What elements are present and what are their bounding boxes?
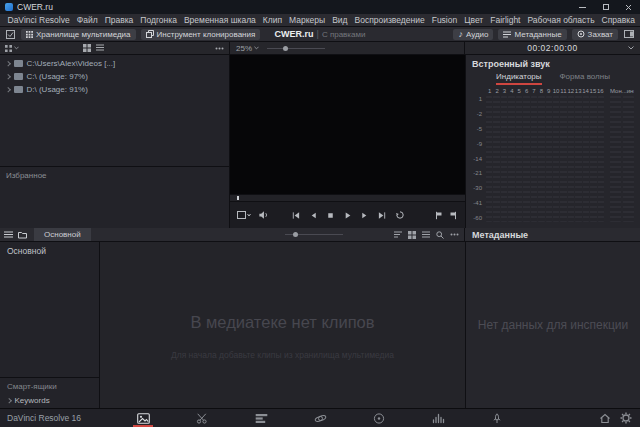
menu-item[interactable]: Рабочая область bbox=[524, 15, 598, 25]
metadata-panel-button[interactable]: Метаданные bbox=[498, 29, 566, 40]
storage-options-button[interactable] bbox=[215, 47, 224, 50]
bin-item-master[interactable]: Основной bbox=[0, 242, 99, 260]
metadata-icon bbox=[503, 31, 511, 38]
menu-item[interactable]: Файл bbox=[73, 15, 101, 25]
home-icon bbox=[599, 413, 611, 424]
timecode-options-button[interactable] bbox=[628, 46, 634, 50]
audio-meters-panel: Встроенный звук Индикаторы Форма волны 1… bbox=[465, 55, 640, 228]
app-icon bbox=[5, 3, 13, 11]
step-back-button[interactable] bbox=[309, 211, 318, 220]
menu-item[interactable]: Вид bbox=[329, 15, 351, 25]
thumbnail-view-icon[interactable] bbox=[83, 44, 91, 52]
smart-bin-keywords[interactable]: Keywords bbox=[0, 393, 99, 408]
storage-view-mode-button[interactable] bbox=[5, 45, 19, 52]
level-meter bbox=[560, 96, 566, 222]
page-color[interactable] bbox=[368, 409, 390, 427]
menu-item[interactable]: Подгонка bbox=[137, 15, 181, 25]
chevron-right-icon bbox=[5, 74, 10, 79]
panel-checkbox-button[interactable] bbox=[5, 29, 16, 40]
mark-in-button[interactable] bbox=[434, 211, 443, 220]
list-view-icon[interactable] bbox=[96, 44, 104, 51]
menu-item[interactable]: Клип bbox=[259, 15, 285, 25]
fairlight-page-icon bbox=[432, 413, 445, 424]
menu-item[interactable]: Правка bbox=[101, 15, 137, 25]
metadata-button-label: Метаданные bbox=[514, 30, 561, 39]
menu-item[interactable]: DaVinci Resolve bbox=[4, 15, 73, 25]
panel-layout-button[interactable] bbox=[623, 29, 635, 40]
storage-tree-item[interactable]: C:\ (Usage: 97%) bbox=[0, 70, 229, 83]
menu-item[interactable]: Воспроизведение bbox=[351, 15, 428, 25]
tab-meters[interactable]: Индикаторы bbox=[496, 72, 541, 85]
project-manager-button[interactable] bbox=[599, 413, 611, 424]
slider-thumb[interactable] bbox=[293, 232, 298, 237]
mute-button[interactable] bbox=[258, 210, 269, 220]
video-preview bbox=[230, 55, 465, 194]
checkbox-icon bbox=[6, 30, 15, 39]
loop-button[interactable] bbox=[395, 210, 405, 220]
viewer-mode-icon bbox=[237, 211, 251, 219]
tab-waveform[interactable]: Форма волны bbox=[560, 72, 610, 85]
viewer-mode-button[interactable] bbox=[237, 211, 251, 219]
scale-label: -21 bbox=[473, 170, 482, 176]
zoom-select[interactable]: 25% bbox=[236, 44, 259, 53]
clip-size-slider[interactable] bbox=[285, 234, 343, 235]
step-forward-button[interactable] bbox=[360, 211, 369, 220]
drive-icon bbox=[14, 73, 23, 80]
page-edit[interactable] bbox=[250, 409, 272, 427]
page-deliver[interactable] bbox=[486, 409, 508, 427]
minimize-button[interactable] bbox=[571, 0, 594, 14]
step-back-icon bbox=[309, 211, 318, 220]
storage-tree-item[interactable]: C:\Users\Alex\Videos [...] bbox=[0, 57, 229, 70]
bin-list-toggle-button[interactable] bbox=[4, 231, 13, 239]
bin-folder-button[interactable] bbox=[18, 231, 27, 239]
menu-item[interactable]: Fairlight bbox=[487, 15, 524, 25]
timecode-display[interactable]: 00:02:00:00 bbox=[527, 43, 577, 53]
clone-tool-button[interactable]: Инструмент клонирования bbox=[141, 29, 261, 40]
maximize-button[interactable] bbox=[594, 0, 617, 14]
ellipsis-icon[interactable] bbox=[450, 233, 459, 236]
menu-item[interactable]: Маркеры bbox=[286, 15, 329, 25]
gear-icon bbox=[620, 412, 632, 424]
menu-item[interactable]: Справка bbox=[598, 15, 638, 25]
list-view-icon[interactable] bbox=[422, 231, 430, 238]
storage-tree-item[interactable]: D:\ (Usage: 91%) bbox=[0, 83, 229, 96]
page-fairlight[interactable] bbox=[427, 409, 449, 427]
capture-button[interactable]: Захват bbox=[572, 29, 618, 40]
menu-item[interactable]: Цвет bbox=[461, 15, 487, 25]
maximize-icon bbox=[603, 4, 609, 10]
page-media[interactable] bbox=[132, 409, 154, 427]
tab-master-bin[interactable]: Основной bbox=[34, 228, 91, 241]
channel-number: 2 bbox=[493, 88, 500, 96]
thumbnail-size-slider[interactable] bbox=[267, 48, 325, 49]
chevron-right-icon bbox=[5, 61, 10, 66]
slider-thumb[interactable] bbox=[283, 46, 288, 51]
mark-out-button[interactable] bbox=[449, 211, 458, 220]
level-meter bbox=[583, 96, 589, 222]
channel-number: 6 bbox=[523, 88, 530, 96]
stop-button[interactable] bbox=[326, 211, 335, 220]
skip-end-button[interactable] bbox=[377, 211, 387, 220]
menubar: DaVinci ResolveФайлПравкаПодгонкаВременн… bbox=[0, 14, 640, 27]
page-fusion[interactable] bbox=[309, 409, 331, 427]
sort-icon[interactable] bbox=[394, 231, 402, 238]
skip-start-button[interactable] bbox=[291, 211, 301, 220]
menu-item[interactable]: Fusion bbox=[428, 15, 461, 25]
playhead[interactable] bbox=[237, 196, 239, 200]
page-cut[interactable] bbox=[191, 409, 213, 427]
meter-scale: 1-2-5-9-14-21-30-41-60 bbox=[472, 88, 483, 222]
media-storage-button[interactable]: Хранилище мультимедиа bbox=[21, 29, 136, 40]
project-settings-button[interactable] bbox=[620, 412, 632, 424]
project-state: С правками bbox=[322, 30, 366, 39]
scrub-bar[interactable] bbox=[230, 194, 465, 202]
audio-panel-button[interactable]: ♪ Аудио bbox=[453, 29, 493, 40]
menu-item[interactable]: Временная шкала bbox=[180, 15, 259, 25]
thumbnail-view-icon[interactable] bbox=[408, 231, 416, 239]
search-icon[interactable] bbox=[436, 231, 444, 239]
timecode-bar: 00:02:00:00 bbox=[465, 42, 640, 54]
level-meter bbox=[553, 96, 559, 222]
empty-state-title: В медиатеке нет клипов bbox=[190, 313, 374, 332]
close-button[interactable] bbox=[617, 0, 640, 14]
level-meter bbox=[610, 96, 621, 222]
media-pool-header: Основной Метаданные bbox=[0, 228, 640, 242]
play-button[interactable] bbox=[343, 211, 352, 220]
